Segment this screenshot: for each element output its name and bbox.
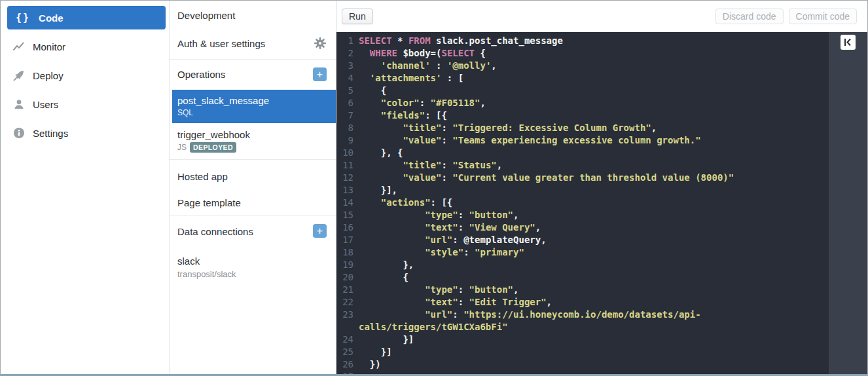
operation-item-trigger-webhook[interactable]: trigger_webhook JS DEPLOYED [177,129,250,153]
deployed-badge: DEPLOYED [190,142,236,153]
add-data-connection-button[interactable]: + [313,224,327,238]
main-nav-sidebar: {} Code Monitor Deploy [1,1,170,374]
code-line: 11 "title": "Status", [336,159,829,172]
rocket-icon [12,69,26,82]
collapse-panel-button[interactable] [841,35,856,50]
line-number: 3 [336,60,353,72]
code-line: 25 }] [336,346,829,358]
app-window: {} Code Monitor Deploy [0,0,868,376]
line-number: 13 [336,184,353,197]
line-number: 26 [336,358,353,371]
info-circle-icon [12,126,26,140]
code-line: 27 [336,371,829,374]
code-text: { [359,271,408,284]
auth-user-settings-item[interactable]: Auth & user settings [177,38,265,49]
code-line: 2 WHERE $body=(SELECT { [336,47,829,60]
code-line: 9 "value": "Teams experiencing excessive… [336,134,829,147]
code-line: 20 { [336,271,829,284]
code-text: 'attachments' : [ [359,72,463,85]
line-number: 23 [336,309,353,321]
connection-name: slack [177,255,236,267]
code-text: "type": "button", [359,209,518,221]
code-line: 10 }, { [336,147,829,159]
line-number: 14 [336,197,353,209]
code-line: 22 "text": "Edit Trigger", [336,296,829,309]
section-divider [170,159,336,160]
project-explorer: Development Auth & user settings Operati… [170,1,336,374]
code-text: "fields": [{ [359,109,447,122]
line-chart-icon [12,40,26,53]
code-text: "url": @templateQuery, [359,234,547,246]
editor-toolbar: Run Discard code Commit code [336,1,867,32]
line-number: 2 [336,47,353,60]
nav-label-deploy: Deploy [33,70,63,81]
code-text: }], [359,184,397,197]
operation-language: JS [177,143,187,152]
nav-label-settings: Settings [33,128,68,139]
nav-item-users[interactable]: Users [1,95,169,113]
operation-language: SQL [177,108,336,117]
development-section-header: Development [177,10,235,21]
line-number: 22 [336,296,353,309]
code-text: "text": "View Query", [359,221,541,234]
nav-item-settings[interactable]: Settings [1,124,169,142]
code-text: SELECT * FROM slack.post_chat_message [359,35,563,47]
user-icon [12,98,26,111]
code-text: { [359,85,386,97]
code-line: 6 "color": "#F05118", [336,97,829,109]
code-line: 26 }) [336,358,829,371]
editor-panel: Run Discard code Commit code 1SELECT * F… [336,1,867,374]
line-number: 9 [336,134,353,147]
line-number: 24 [336,333,353,346]
line-number: 18 [336,246,353,259]
connection-item-slack[interactable]: slack transposit/slack [177,255,236,279]
operation-item-post-slack-message[interactable]: post_slack_message SQL [172,90,336,123]
editor-body: 1SELECT * FROM slack.post_chat_message2 … [336,32,867,374]
discard-code-button[interactable]: Discard code [715,9,784,24]
add-operation-button[interactable]: + [313,67,327,81]
nav-item-deploy[interactable]: Deploy [1,66,169,85]
code-line: 17 "url": @templateQuery, [336,234,829,246]
code-line: 5 { [336,85,829,97]
code-text: "actions": [{ [359,197,452,209]
code-line: 16 "text": "View Query", [336,221,829,234]
code-text: "title": "Triggered: Excessive Column Gr… [359,122,657,134]
code-text: "title": "Status", [359,159,502,172]
code-editor[interactable]: 1SELECT * FROM slack.post_chat_message2 … [336,32,829,374]
code-text: calls/triggers/tGW1CXa6bFi" [359,321,508,333]
line-number: 5 [336,85,353,97]
editor-side-strip [829,32,867,374]
code-text: "type": "button", [359,284,518,296]
code-line: 21 "type": "button", [336,284,829,296]
line-number: 1 [336,35,353,47]
connection-source: transposit/slack [177,269,236,279]
commit-code-button[interactable]: Commit code [789,9,857,24]
code-line: 12 "value": "Current value greater than … [336,172,829,184]
code-line: 1SELECT * FROM slack.post_chat_message [336,35,829,47]
nav-label-monitor: Monitor [33,41,65,52]
run-button[interactable]: Run [342,9,373,24]
page-template-item[interactable]: Page template [177,197,241,208]
code-line: 23 "url": "https://ui.honeycomb.io/demo/… [336,309,829,321]
hosted-app-item[interactable]: Hosted app [177,171,228,182]
code-text: "text": "Edit Trigger", [359,296,552,309]
code-text: "value": "Teams experiencing excessive c… [359,134,701,147]
code-text: WHERE $body=(SELECT { [359,47,486,60]
code-line: 3 'channel' : '@molly', [336,60,829,72]
code-text: "value": "Current value greater than thr… [359,172,734,184]
code-line: 15 "type": "button", [336,209,829,221]
code-text: "style": "primary" [359,246,524,259]
code-text: 'channel' : '@molly', [359,60,497,72]
nav-label-code: Code [39,12,63,24]
line-number: 27 [336,371,353,374]
code-line: 13 }], [336,184,829,197]
line-number: 10 [336,147,353,159]
gear-icon[interactable] [314,37,326,49]
section-divider [170,216,336,216]
nav-item-code[interactable]: {} Code [7,6,166,29]
section-divider [170,59,336,60]
data-connections-section-header: Data connections [177,226,253,237]
line-number: 4 [336,72,353,85]
nav-item-monitor[interactable]: Monitor [1,37,169,56]
code-text: "url": "https://ui.honeycomb.io/demo/dat… [359,309,701,321]
